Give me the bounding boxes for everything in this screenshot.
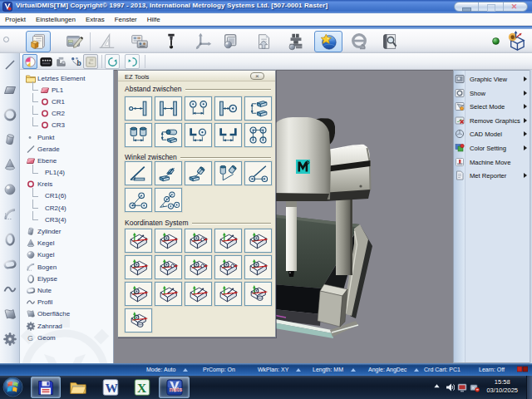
tree-item-zahnrad[interactable]: Zahnrad: [26, 320, 113, 332]
status-pane-length[interactable]: Length: MM: [313, 367, 343, 372]
book-search-button[interactable]: [379, 31, 402, 52]
show-desktop-button[interactable]: [526, 376, 532, 399]
tree-item-elypse[interactable]: Elypse: [26, 273, 113, 284]
tree-item-kreis[interactable]: Kreis: [26, 179, 113, 190]
ang-four-circles-button[interactable]: [155, 188, 182, 212]
vms-taskbar-taskbar-button[interactable]: [159, 377, 190, 398]
cs-box-corner-button[interactable]: [214, 229, 242, 253]
dist-corner-circle-button[interactable]: [185, 123, 212, 147]
surface-shape-button[interactable]: [3, 308, 17, 321]
cylinder-shape-button[interactable]: [3, 133, 17, 146]
tree-item-gerade[interactable]: Gerade: [26, 143, 113, 155]
status-pane-prcomp[interactable]: PrComp: On: [203, 367, 235, 372]
control-panel-button[interactable]: [126, 31, 153, 52]
cs-box-corner-button[interactable]: [155, 282, 182, 306]
cs-box-corner-button[interactable]: [214, 282, 242, 306]
start-button[interactable]: [2, 377, 23, 397]
tree-item-letztes-element[interactable]: Letztes Element: [26, 72, 113, 84]
plane-shape-button[interactable]: [3, 83, 17, 96]
dist-corner-corner-button[interactable]: [214, 123, 242, 147]
curve-shape-button[interactable]: [3, 283, 17, 296]
status-pane-learn[interactable]: Learn: Off: [479, 367, 505, 372]
tree-item-cr3-4-[interactable]: CR3(4): [32, 214, 113, 225]
tree-item-kegel[interactable]: Kegel: [26, 238, 113, 249]
tree-item-kugel[interactable]: Kugel: [26, 249, 113, 261]
rotate-left-button[interactable]: [105, 54, 120, 69]
cs-box-two-circles-button[interactable]: [214, 255, 242, 279]
cs-box-two-circles-button[interactable]: [185, 229, 212, 253]
tree-item-oberfl-che[interactable]: Oberfläche: [26, 308, 113, 320]
status-pane-angle[interactable]: Angle: AngDec: [368, 367, 406, 372]
gear-shape-button[interactable]: [3, 332, 17, 346]
dist-point-plane-button[interactable]: [125, 96, 152, 121]
excel-taskbar-button[interactable]: [131, 377, 153, 398]
probe-button[interactable]: [161, 31, 181, 52]
dist-cyl-cyl-button[interactable]: [125, 123, 152, 147]
tree-item-ebene[interactable]: Ebene: [26, 155, 113, 166]
project-button[interactable]: [26, 31, 51, 52]
close-button[interactable]: [503, 2, 527, 11]
ellipse-shape-button[interactable]: [3, 233, 17, 246]
ang-slab-slab-button[interactable]: [155, 161, 182, 185]
probe-dots-button[interactable]: [68, 54, 83, 69]
context-menu-item-remove-graphics[interactable]: Remove Graphics: [454, 114, 530, 128]
toolbar-grip[interactable]: [3, 37, 9, 42]
line-shape-button[interactable]: [3, 58, 17, 71]
dist-slab-cyl-button[interactable]: [155, 123, 182, 147]
ez-tools-panel[interactable]: EZ Tools Abstand zwischenWinkel zwischen…: [117, 70, 276, 337]
menu-item-einstellungen[interactable]: Einstellungen: [31, 13, 81, 26]
cs-box-circle-button[interactable]: [125, 282, 152, 306]
menu-item-projekt[interactable]: Projekt: [0, 13, 31, 26]
pie-button[interactable]: [22, 54, 37, 69]
cs-box-cylinder-button[interactable]: [125, 308, 152, 332]
status-pane-wkplan[interactable]: WkPlan: XY: [258, 367, 288, 372]
machine-small-button[interactable]: [53, 54, 68, 69]
ang-cyl-cyl-button[interactable]: [214, 161, 242, 185]
tree-item-bogen[interactable]: Bogen: [26, 261, 113, 273]
dro-button[interactable]: [38, 54, 53, 69]
menu-item-extras[interactable]: Extras: [81, 13, 110, 26]
stamp-button[interactable]: [83, 54, 98, 69]
tree-item-cr2[interactable]: CR2: [32, 108, 113, 120]
dist-four-circles-button[interactable]: [244, 123, 272, 147]
tree-item-profil[interactable]: Profil: [26, 297, 113, 308]
ez-logo-button[interactable]: [348, 31, 370, 52]
context-menu-item-color-setting[interactable]: Color Setting: [454, 141, 530, 155]
tree-item-geom[interactable]: Geom: [26, 332, 113, 343]
press-machine-button[interactable]: [285, 31, 307, 52]
cs-box-two-circles-button[interactable]: [155, 255, 182, 279]
floppy-taskbar-button[interactable]: [31, 377, 61, 398]
context-menu-item-show[interactable]: Show: [454, 86, 530, 101]
rotate-right-button[interactable]: [125, 54, 140, 69]
cs-box-corner-button[interactable]: [185, 282, 212, 306]
dist-plane-circle-button[interactable]: [214, 96, 242, 121]
sphere-shape-button[interactable]: [3, 183, 17, 196]
ang-line-circles-button[interactable]: [244, 161, 272, 185]
tree-item-pl1-4-[interactable]: PL1(4): [32, 167, 113, 179]
tree-item-zylinder[interactable]: Zylinder: [26, 225, 113, 237]
minimize-button[interactable]: [455, 2, 478, 11]
tree-item-punkt[interactable]: Punkt: [26, 131, 113, 143]
context-menu-item-machine-move[interactable]: Machine Move: [454, 155, 530, 170]
ang-three-circles-button[interactable]: [125, 188, 152, 212]
context-menu-item-cad-model[interactable]: CAD Model: [454, 127, 530, 141]
tray-expand-icon[interactable]: [433, 382, 441, 390]
tree-item-cr2-4-[interactable]: CR2(4): [32, 202, 113, 214]
star-globe-button[interactable]: [314, 31, 342, 52]
tree-item-pl1[interactable]: PL1: [32, 84, 113, 96]
menu-item-fenster[interactable]: Fenster: [110, 13, 142, 26]
axes-button[interactable]: [192, 31, 215, 52]
cone-shape-button[interactable]: [3, 158, 17, 171]
ang-slab-cyl-button[interactable]: [185, 161, 212, 185]
volume-icon[interactable]: [445, 382, 455, 392]
maximize-button[interactable]: [478, 2, 502, 11]
menu-item-hilfe[interactable]: Hilfe: [142, 13, 165, 26]
ang-line-line-button[interactable]: [125, 161, 152, 185]
display-tray-icon[interactable]: [457, 382, 467, 392]
context-menu-item-select-mode[interactable]: Select Mode: [454, 100, 530, 114]
report-page-button[interactable]: [254, 31, 274, 52]
cs-box-circle-button[interactable]: [155, 229, 182, 253]
dist-circle-circle-button[interactable]: [185, 96, 212, 121]
taskbar-clock[interactable]: 15:58 03/10/2025: [486, 378, 518, 395]
dist-slab-slab-button[interactable]: [244, 96, 272, 121]
